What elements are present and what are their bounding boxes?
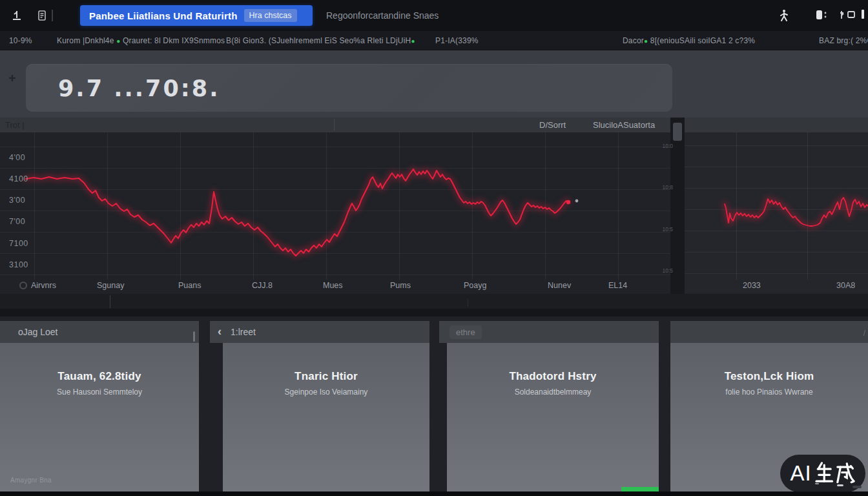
window-icon[interactable] [840,10,856,20]
right-x-axis-row: 2033 30A8 [685,280,868,294]
y-axis-label: 3100 [9,260,35,269]
mini-axis-label: 10:0 [643,143,673,149]
green-dot-icon: ● [411,37,415,45]
chart-toolbar-label: Trot | [5,120,25,130]
person-icon[interactable] [778,8,790,23]
watermark-latin: AI [790,461,811,486]
panel-header-chip[interactable]: ethre [450,326,482,339]
card-subtitle: Soldeanaidtbelmmeay [447,388,659,397]
mini-axis-label: 10:5 [643,267,673,274]
ticker-item[interactable]: BAZ brg:( 2%C0 [819,36,868,45]
primary-nav-chip[interactable]: Hra chstcas [244,9,297,22]
panel-area: oJag Loet Tauam, 62.8tidy Sue Hausoni Se… [0,316,868,496]
card-title: Tauam, 62.8tidy [0,370,199,383]
x-axis-label: Poayg [464,281,486,290]
battery-icon[interactable] [815,9,832,21]
ticker-item[interactable]: P1-IA(339% [435,36,479,45]
watermark-dash [852,486,862,488]
mini-axis-label: 10:8 [643,184,673,191]
tab-sort[interactable]: D/Sorrt [539,120,566,130]
timeline-strip[interactable] [0,294,868,309]
x-axis-label: Sgunay [97,281,124,290]
hero-section: + 9.7 ...70:8. [0,50,868,118]
price-line-glow [26,169,568,256]
x-axis-row: Airvnrs Sgunay Puans CJJ.8 Mues Pums Poa… [0,280,670,294]
secondary-line-glow [725,198,868,226]
x-axis-label: Nunev [548,281,571,290]
x-axis-label: Airvnrs [31,281,56,290]
x-axis-label: CJJ.8 [252,281,273,290]
toolbar-tick [334,119,335,130]
mini-axis-label: 10:5 [643,226,673,232]
watermark-cjk-glyphs [814,458,856,489]
price-line-chart [0,132,670,294]
ticker-bar: 10-9% Kurom |Dnkhl4e ● Qrauret: 8l Dkm I… [0,31,868,50]
panel-card-summary[interactable]: Tauam, 62.8tidy Sue Hausoni Semmteloy Am… [0,343,199,491]
chevron-left-icon[interactable]: ‹ [218,325,222,338]
panel-header-mark: / [863,329,865,338]
ticker-item[interactable]: B(8i Gion3. (SJuehlrememl EiS Seo%a Rlet… [226,36,415,45]
y-axis-label: 4'00 [9,153,35,162]
panel-header-testonlock[interactable]: / [670,321,868,343]
x-axis-label: Mues [323,281,343,290]
secondary-chart[interactable] [685,132,868,294]
timeline-tick [110,295,110,308]
indicator-bar-icon[interactable] [862,10,864,19]
panel-header-label: 1:lreet [231,327,256,337]
secondary-line-chart [685,132,868,294]
ticker-item[interactable]: 10-9% [9,36,32,45]
x-axis-label: Puans [178,281,201,290]
clock-icon [19,282,27,289]
primary-nav-button[interactable]: Panbee Liiatlians Und Raturirth Hra chst… [80,5,313,26]
scrollbar-handle[interactable] [673,123,682,141]
watermark-dash [815,483,819,484]
trading-dashboard: Panbee Liiatlians Und Raturirth Hra chst… [0,0,868,496]
stand-icon[interactable] [10,9,23,22]
divider [52,10,53,21]
card-subtitle: Sgeinpoe Iso Veiamainy [223,388,429,397]
ai-watermark: AI [780,455,865,492]
panel-card-history[interactable]: Thadotord Hstry Soldeanaidtbelmmeay [447,343,659,491]
clipboard-icon[interactable] [36,9,49,22]
x-axis-label: 2033 [743,281,761,290]
timeline-tick [468,299,468,307]
y-axis-label: 4100 [9,174,35,183]
panel-card-traffic[interactable]: Tnaric Htior Sgeinpoe Iso Veiamainy [223,343,429,491]
right-chart-toolbar [685,118,868,132]
bottom-strip [0,491,868,496]
line-endpoint-dot [566,200,570,204]
main-price-chart[interactable] [0,132,670,294]
panel-header-history[interactable]: ethre [439,321,659,343]
y-axis-label: 7100 [9,239,35,248]
ticker-item[interactable]: Dacor● 8[(eniouSAili soiIGA1 2 c?3% [623,36,755,45]
x-axis-label: Pums [390,281,411,290]
card-footnote: Amaygnr Bna [10,477,52,484]
watermark-dash [837,484,843,486]
panel-header-street[interactable]: ‹ 1:lreet [210,321,429,343]
timeline-strip-lower [0,309,868,316]
hero-panel: 9.7 ...70:8. [26,64,672,112]
card-subtitle: folie hoo Pinaios Wwrane [670,388,868,397]
panel-header-label: oJag Loet [18,327,58,337]
scrollbar-handle[interactable] [193,331,195,342]
panel-header-watchlist[interactable]: oJag Loet [0,321,199,343]
ticker-item[interactable]: Kurom |Dnkhl4e ● Qrauret: 8l Dkm IX9Snmm… [57,36,225,45]
plus-icon[interactable]: + [8,71,16,86]
tab-indicators[interactable]: SluciloASuatorta [593,120,655,130]
card-title: Teston,Lck Hiom [670,370,868,383]
top-bar: Panbee Liiatlians Und Raturirth Hra chst… [0,0,868,31]
y-axis-label: 3'00 [9,196,35,205]
y-axis-label: 7'00 [9,217,35,226]
card-title: Tnaric Htior [223,370,429,383]
cursor-dot [575,200,579,203]
card-subtitle: Sue Hausoni Semmteloy [0,388,199,397]
hero-value: 9.7 ...70:8. [58,76,220,101]
card-title: Thadotord Hstry [447,370,659,383]
x-axis-label: 30A8 [836,281,855,290]
secondary-nav-label[interactable]: Regoonforcartandine Snaes [326,10,439,21]
x-axis-label: EL14 [608,281,627,290]
primary-nav-label: Panbee Liiatlians Und Raturirth [89,10,238,21]
